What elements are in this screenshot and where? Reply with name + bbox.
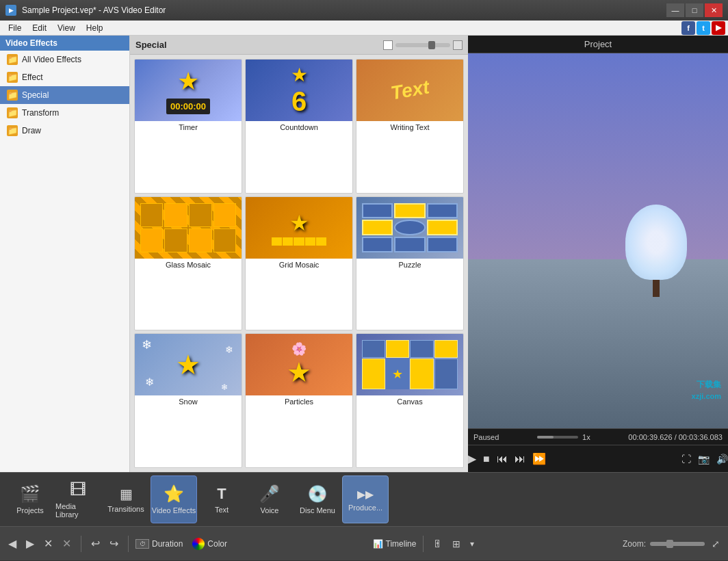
menu-view[interactable]: View xyxy=(52,22,81,34)
transitions-button[interactable]: ▦ Transitions xyxy=(103,475,149,523)
timer-star-icon: ★ xyxy=(177,67,199,96)
media-library-button[interactable]: 🎞 Media Library xyxy=(55,475,101,523)
produce-button[interactable]: ▶▶ Produce... xyxy=(342,475,389,523)
sidebar-item-all-video-effects[interactable]: 📁 All Video Effects xyxy=(0,51,129,68)
tl-redo-button[interactable]: ↪ xyxy=(107,534,121,553)
effect-puzzle[interactable]: Puzzle xyxy=(356,196,464,331)
snow-star-icon: ★ xyxy=(176,349,200,380)
preview-video[interactable]: 下载集 xzji.com xyxy=(468,53,728,428)
particles-thumbnail: 🌸 ★ xyxy=(246,334,352,395)
duration-label: Duration xyxy=(152,539,183,549)
timeline-view-control[interactable]: 📊 Timeline xyxy=(373,539,417,549)
facebook-icon[interactable]: f xyxy=(681,21,695,35)
disc-menu-button[interactable]: 💿 Disc Menu xyxy=(294,475,341,523)
stop-button[interactable]: ■ xyxy=(483,453,490,465)
zoom-thumb[interactable] xyxy=(666,540,673,548)
play-button[interactable]: ▶ xyxy=(468,452,476,465)
effects-panel-title: Special xyxy=(135,40,167,50)
sidebar-label-transform: Transform xyxy=(22,108,59,118)
effect-particles[interactable]: 🌸 ★ Particles xyxy=(245,333,353,468)
projects-button[interactable]: 🎬 Projects xyxy=(7,475,53,523)
preview-panel: Project 下载集 xzji.com Paused xyxy=(468,36,728,472)
text-label: Text xyxy=(215,506,229,514)
effect-grid-mosaic[interactable]: ★ Grid Mosaic xyxy=(245,196,353,331)
preview-status: Paused 1x 00:00:39.626 / 00:03:36.083 xyxy=(468,428,728,445)
produce-icon: ▶▶ xyxy=(357,488,374,501)
timeline-bar: ◀ ▶ ✕ ✕ ↩ ↪ ⏱ Duration Color 📊 Timeline … xyxy=(0,527,728,561)
tl-audio-button[interactable]: 🎚 xyxy=(430,536,445,552)
menu-help[interactable]: Help xyxy=(81,22,109,34)
text-icon: T xyxy=(217,485,226,503)
snapshot-button[interactable]: 📷 xyxy=(698,454,710,465)
transitions-label: Transitions xyxy=(107,505,144,513)
effect-snow[interactable]: ★ ❄ ❄ ❄ ❄ Snow xyxy=(134,333,242,468)
preview-controls: ▶ ■ ⏮ ⏭ ⏩ ⛶ 📷 🔊 xyxy=(468,445,728,472)
effects-header: Special xyxy=(130,36,468,55)
canvas-label: Canvas xyxy=(394,395,425,408)
size-large-icon[interactable] xyxy=(453,40,463,50)
sidebar-item-special[interactable]: 📁 Special xyxy=(0,86,129,104)
size-slider-track[interactable] xyxy=(395,43,450,47)
timer-label: Timer xyxy=(176,121,200,133)
youtube-icon[interactable]: ▶ xyxy=(712,21,725,35)
color-dot-icon[interactable] xyxy=(192,538,205,550)
disc-menu-label: Disc Menu xyxy=(300,506,335,514)
zoom-label: Zoom: xyxy=(623,539,646,549)
voice-button[interactable]: 🎤 Voice xyxy=(246,475,293,523)
tl-delete-button[interactable]: ✕ xyxy=(60,534,74,553)
twitter-icon[interactable]: t xyxy=(697,21,710,35)
zoom-track[interactable] xyxy=(650,542,705,546)
snow-thumbnail: ★ ❄ ❄ ❄ ❄ xyxy=(135,334,242,395)
volume-button[interactable]: 🔊 xyxy=(716,454,728,465)
size-small-icon[interactable] xyxy=(383,40,393,50)
effect-glass-mosaic[interactable]: Glass Mosaic xyxy=(134,196,242,331)
writing-thumbnail: Text xyxy=(356,60,463,121)
effect-countdown[interactable]: ★ 6 Countdown xyxy=(245,59,353,194)
color-control[interactable]: Color xyxy=(192,538,227,550)
countdown-label: Countdown xyxy=(277,121,321,133)
sidebar-label-all: All Video Effects xyxy=(22,55,81,64)
effect-writing-text[interactable]: Text Writing Text xyxy=(356,59,464,194)
prev-frame-button[interactable]: ⏮ xyxy=(497,453,508,465)
tl-layout-button[interactable]: ⊞ xyxy=(450,536,463,552)
fast-forward-button[interactable]: ⏩ xyxy=(532,452,546,465)
tl-cancel-button[interactable]: ✕ xyxy=(41,534,55,553)
projects-icon: 🎬 xyxy=(20,484,40,504)
menu-edit[interactable]: Edit xyxy=(27,22,52,34)
sidebar-item-transform[interactable]: 📁 Transform xyxy=(0,104,129,122)
fullscreen-button[interactable]: ⛶ xyxy=(681,454,691,465)
duration-control[interactable]: ⏱ Duration xyxy=(135,539,183,549)
tl-forward-button[interactable]: ▶ xyxy=(23,534,37,553)
playback-time: 00:00:39.626 / 00:03:36.083 xyxy=(628,433,723,441)
text-button[interactable]: T Text xyxy=(198,475,245,523)
app-icon: ▶ xyxy=(5,5,16,16)
timeline-label: Timeline xyxy=(386,539,417,549)
close-button[interactable]: ✕ xyxy=(705,3,723,17)
effect-canvas[interactable]: ★ Canvas xyxy=(356,333,464,468)
folder-icon: 📁 xyxy=(7,54,18,65)
tl-fit-button[interactable]: ⤢ xyxy=(709,536,723,552)
canvas-thumbnail: ★ xyxy=(356,334,463,395)
writing-text-label: Writing Text xyxy=(387,121,432,133)
window-title: Sample Project.vep* - AVS Video Editor xyxy=(22,5,166,15)
next-frame-button[interactable]: ⏭ xyxy=(515,453,525,465)
main-area: Video Effects 📁 All Video Effects 📁 Effe… xyxy=(0,36,728,472)
minimize-button[interactable]: — xyxy=(666,3,684,17)
playback-speed: 1x xyxy=(582,433,590,441)
size-slider-row xyxy=(383,40,463,50)
voice-icon: 🎤 xyxy=(259,484,280,504)
size-slider-thumb[interactable] xyxy=(428,41,435,49)
video-effects-button[interactable]: ⭐ Video Effects xyxy=(151,475,197,523)
tl-layout-dropdown[interactable]: ▾ xyxy=(467,536,477,551)
menu-file[interactable]: File xyxy=(3,22,27,34)
sidebar-item-effect[interactable]: 📁 Effect xyxy=(0,68,129,86)
maximize-button[interactable]: □ xyxy=(686,3,703,17)
effect-timer[interactable]: ★ 00:00:00 Timer xyxy=(134,59,242,194)
snow-label: Snow xyxy=(176,395,200,408)
tl-undo-button[interactable]: ↩ xyxy=(88,534,103,553)
tl-back-button[interactable]: ◀ xyxy=(5,534,19,553)
sidebar-item-draw[interactable]: 📁 Draw xyxy=(0,122,129,140)
separator-2 xyxy=(128,536,129,552)
sidebar-title: Video Effects xyxy=(0,36,129,51)
disc-menu-icon: 💿 xyxy=(307,484,328,504)
